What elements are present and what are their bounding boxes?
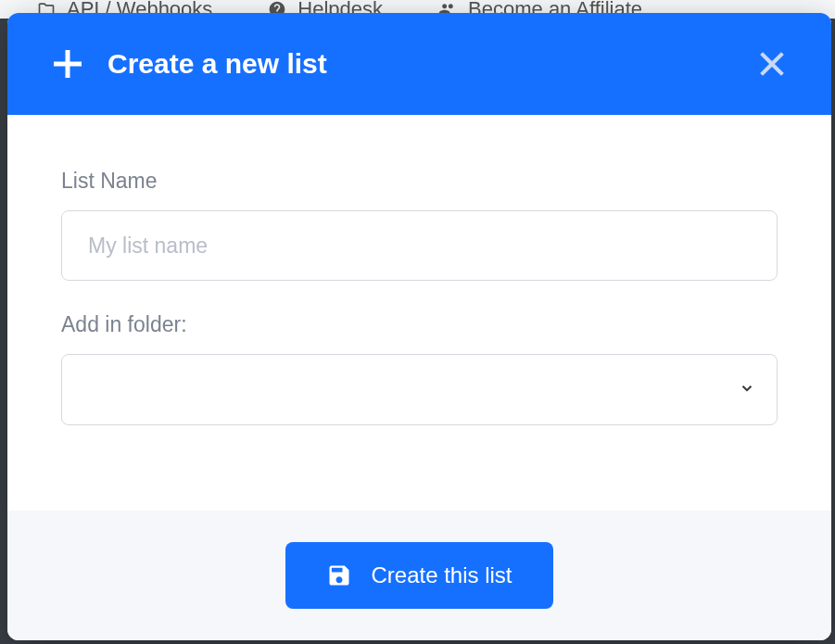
folder-group: Add in folder: bbox=[61, 312, 778, 425]
create-list-button[interactable]: Create this list bbox=[285, 542, 552, 609]
modal-header-left: Create a new list bbox=[54, 48, 327, 80]
list-name-group: List Name bbox=[61, 169, 778, 281]
modal-body: List Name Add in folder: bbox=[7, 115, 831, 511]
folder-select-wrapper bbox=[61, 354, 778, 425]
create-list-modal: Create a new list List Name Add in folde… bbox=[7, 13, 831, 640]
modal-footer: Create this list bbox=[7, 511, 831, 640]
modal-title: Create a new list bbox=[108, 48, 327, 80]
folder-select[interactable] bbox=[61, 354, 778, 425]
save-icon bbox=[326, 562, 352, 588]
close-button[interactable] bbox=[759, 51, 785, 77]
create-button-label: Create this list bbox=[371, 562, 512, 588]
modal-header: Create a new list bbox=[7, 13, 831, 115]
list-name-label: List Name bbox=[61, 169, 778, 194]
folder-label: Add in folder: bbox=[61, 312, 778, 337]
plus-icon bbox=[54, 50, 82, 78]
close-icon bbox=[759, 51, 785, 77]
list-name-input[interactable] bbox=[61, 210, 778, 281]
